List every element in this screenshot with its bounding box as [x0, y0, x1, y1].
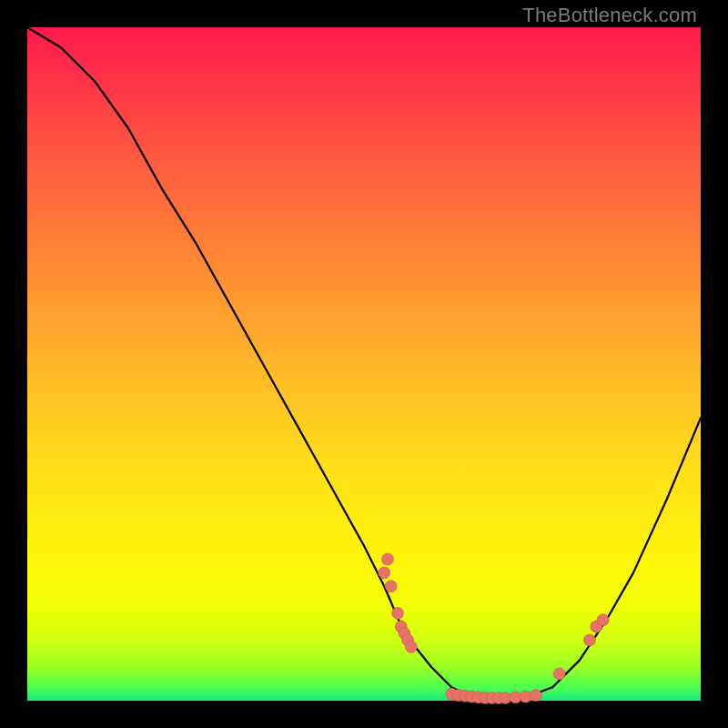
scatter-point: [379, 567, 390, 579]
scatter-point: [583, 634, 595, 646]
scatter-point: [392, 607, 404, 619]
scatter-points: [379, 553, 610, 703]
scatter-point: [553, 668, 565, 680]
scatter-point: [530, 690, 541, 702]
scatter-point: [385, 581, 397, 592]
bottleneck-curve: [27, 27, 701, 701]
chart-svg: [27, 27, 701, 701]
watermark-text: TheBottleneck.com: [522, 4, 697, 27]
scatter-point: [597, 614, 609, 626]
scatter-point: [381, 553, 393, 565]
scatter-point: [405, 641, 417, 652]
chart-frame: [27, 27, 701, 701]
